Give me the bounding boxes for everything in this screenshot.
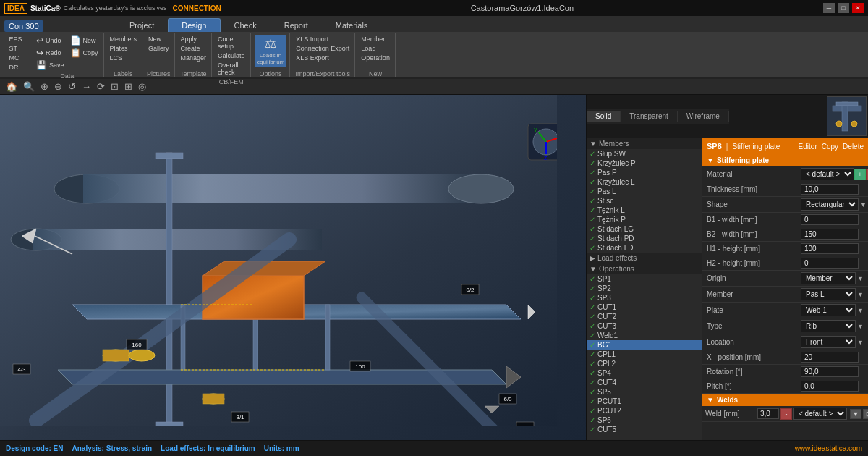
- view-tab-transparent[interactable]: Transparent: [621, 111, 678, 122]
- maximize-button[interactable]: □: [838, 3, 849, 13]
- rotation-input[interactable]: [801, 366, 859, 377]
- load-button[interactable]: Load: [359, 44, 392, 53]
- tree-item-pcut2[interactable]: ✓PCUT2: [587, 406, 702, 415]
- tab-materials[interactable]: Materials: [322, 18, 382, 32]
- target-nav-button[interactable]: ◎: [137, 81, 148, 92]
- save-button[interactable]: 💾Save: [34, 59, 67, 71]
- undo-button[interactable]: ↩Undo: [34, 35, 67, 46]
- tree-item-pas-p[interactable]: ✓Pas P: [587, 168, 702, 177]
- tab-project[interactable]: Project: [116, 18, 168, 32]
- tree-item-sp2[interactable]: ✓SP2: [587, 284, 702, 293]
- tree-item-cut5[interactable]: ✓CUT5: [587, 425, 702, 434]
- create-button[interactable]: Create: [179, 44, 209, 53]
- redo-button[interactable]: ↪Redo: [34, 47, 67, 59]
- zoom-out-nav-button[interactable]: ⊖: [53, 81, 64, 92]
- tree-item-pas-l[interactable]: ✓Pas L: [587, 187, 702, 196]
- rotate-nav-button[interactable]: ↺: [67, 81, 77, 92]
- tree-item-st-sc[interactable]: ✓St sc: [587, 196, 702, 206]
- tree-item-bg1[interactable]: ✓BG1: [587, 340, 702, 350]
- location-select[interactable]: Front: [801, 336, 856, 348]
- delete-button[interactable]: Delete: [843, 143, 864, 151]
- xpos-input[interactable]: [801, 352, 859, 363]
- tree-item-cut3[interactable]: ✓CUT3: [587, 321, 702, 331]
- zoom-in-nav-button[interactable]: ⊕: [39, 81, 50, 92]
- tree-item-cut2[interactable]: ✓CUT2: [587, 312, 702, 321]
- tree-item-sp4[interactable]: ✓SP4: [587, 368, 702, 378]
- connection-export-button[interactable]: Connection Export: [294, 44, 352, 53]
- tree-item-cut4[interactable]: ✓CUT4: [587, 378, 702, 387]
- copy-prop-button[interactable]: Copy: [822, 143, 838, 151]
- search-nav-button[interactable]: 🔍: [22, 81, 36, 92]
- website-link[interactable]: www.ideastatica.com: [795, 444, 862, 452]
- weld-icon-2[interactable]: ⊡: [863, 409, 868, 419]
- tree-item-cut1[interactable]: ✓CUT1: [587, 303, 702, 312]
- weld-icon-1[interactable]: ▼: [850, 409, 861, 419]
- new-button[interactable]: 📄New: [68, 35, 101, 46]
- h2-input[interactable]: [801, 258, 859, 269]
- tree-item-cpl2[interactable]: ✓CPL2: [587, 359, 702, 368]
- code-setup-button[interactable]: Codesetup: [216, 35, 247, 51]
- tree-item-st-dach-lg[interactable]: ✓St dach LG: [587, 224, 702, 234]
- tab-design[interactable]: Design: [168, 18, 220, 32]
- member-button[interactable]: Member: [359, 35, 392, 43]
- plate-select[interactable]: Web 1: [801, 304, 856, 316]
- tree-item-teznik-p[interactable]: ✓Tężnik P: [587, 215, 702, 224]
- stiffening-section-header[interactable]: ▼ Stiffening plate: [702, 154, 868, 166]
- weld-input[interactable]: [757, 408, 779, 419]
- tree-item-teznik-l[interactable]: ✓Tężnik L: [587, 206, 702, 215]
- shape-select[interactable]: Rectangular: [801, 198, 859, 211]
- tree-item-slup-sw[interactable]: ✓Słup SW: [587, 149, 702, 159]
- eps-button[interactable]: EPS: [7, 35, 24, 43]
- tab-check[interactable]: Check: [221, 18, 271, 32]
- pitch-input[interactable]: [801, 381, 859, 392]
- tree-item-weld1[interactable]: ✓Weld1: [587, 331, 702, 340]
- tree-item-sp1[interactable]: ✓SP1: [587, 274, 702, 284]
- xls-export-button[interactable]: XLS Export: [294, 54, 352, 62]
- tab-report[interactable]: Report: [271, 18, 322, 32]
- member-select[interactable]: Pas L: [801, 288, 856, 300]
- material-select[interactable]: < default >: [801, 168, 854, 180]
- mc-button[interactable]: MC: [7, 54, 24, 62]
- weld-material-select[interactable]: < default >: [793, 408, 847, 420]
- forward-nav-button[interactable]: →: [80, 81, 93, 92]
- tree-section-members[interactable]: ▼ Members: [587, 138, 702, 149]
- view-tab-wireframe[interactable]: Wireframe: [678, 111, 729, 122]
- loads-equilibrium-button[interactable]: ⚖ Loads inequilibrium: [255, 35, 287, 67]
- apply-button[interactable]: Apply: [179, 35, 209, 43]
- home-nav-button[interactable]: 🏠: [4, 81, 19, 92]
- b1-input[interactable]: [801, 214, 859, 225]
- tree-item-sp3[interactable]: ✓SP3: [587, 293, 702, 303]
- welds-section-header[interactable]: ▼ Welds: [702, 394, 868, 406]
- b2-input[interactable]: [801, 229, 859, 240]
- st-button[interactable]: ST: [7, 44, 24, 53]
- weld-minus-button[interactable]: -: [780, 408, 792, 420]
- origin-select[interactable]: Member: [801, 272, 856, 284]
- tree-item-sp6[interactable]: ✓SP6: [587, 415, 702, 425]
- viewport-3d[interactable]: 4/3 0/2 160 100 6/0 2/4 3/1 X Y: [0, 95, 586, 440]
- tree-item-krzyzulec-p[interactable]: ✓Krzyżulec P: [587, 159, 702, 168]
- tree-item-st-dach-pd[interactable]: ✓St dach PD: [587, 234, 702, 243]
- dr-button[interactable]: DR: [7, 63, 24, 72]
- type-select[interactable]: Rib: [801, 320, 856, 332]
- tree-item-st-dach-ld[interactable]: ✓St dach LD: [587, 243, 702, 253]
- manager-button[interactable]: Manager: [179, 54, 209, 62]
- overall-check-button[interactable]: Overallcheck: [216, 61, 247, 77]
- tree-item-cpl1[interactable]: ✓CPL1: [587, 350, 702, 359]
- close-button[interactable]: ✕: [852, 3, 864, 13]
- members-label-button[interactable]: Members: [108, 35, 140, 43]
- material-plus-button[interactable]: +: [854, 169, 866, 180]
- h1-input[interactable]: [801, 243, 859, 254]
- copy-button[interactable]: 📋Copy: [68, 47, 101, 59]
- refresh-nav-button[interactable]: ⟳: [95, 81, 106, 92]
- plates-label-button[interactable]: Plates: [108, 44, 140, 53]
- thickness-input[interactable]: [801, 184, 859, 195]
- editor-button[interactable]: Editor: [799, 143, 817, 151]
- calculate-button[interactable]: Calculate: [216, 51, 247, 60]
- tree-item-pcut1[interactable]: ✓PCUT1: [587, 397, 702, 406]
- lcs-label-button[interactable]: LCS: [108, 54, 140, 62]
- minimize-button[interactable]: ─: [823, 3, 835, 13]
- tree-section-load-effects[interactable]: ▶ Load effects: [587, 253, 702, 263]
- tree-section-operations[interactable]: ▼ Operations: [587, 263, 702, 274]
- xls-import-button[interactable]: XLS Import: [294, 35, 352, 43]
- grid2-nav-button[interactable]: ⊞: [123, 81, 134, 92]
